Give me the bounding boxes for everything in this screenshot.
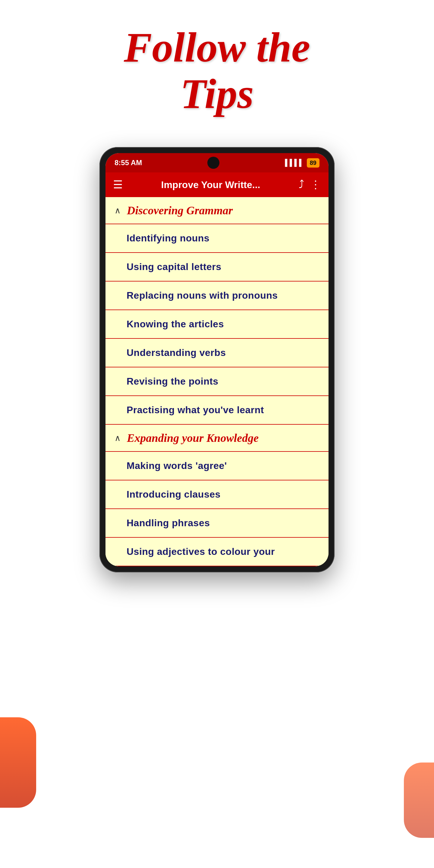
hamburger-icon[interactable]: ☰ — [113, 179, 123, 191]
phone-wrapper: 8:55 AM ▌▌▌▌ 89 ☰ Improve Your Writte...… — [0, 135, 434, 584]
list-item-making-words-agree[interactable]: Making words 'agree' — [105, 452, 329, 480]
chevron-up-icon: ∧ — [115, 433, 121, 443]
deco-right — [404, 763, 434, 838]
camera-dot — [207, 157, 219, 169]
menu-list: ∧ Discovering Grammar Identifying nouns … — [105, 197, 329, 566]
phone-outer: 8:55 AM ▌▌▌▌ 89 ☰ Improve Your Writte...… — [99, 147, 335, 572]
status-right: ▌▌▌▌ 89 — [285, 158, 319, 167]
item-label: Revising the points — [127, 376, 218, 387]
list-item-handling-phrases[interactable]: Handling phrases — [105, 509, 329, 538]
list-item-knowing-articles[interactable]: Knowing the articles — [105, 310, 329, 339]
list-item-introducing-clauses[interactable]: Introducing clauses — [105, 480, 329, 509]
item-label: Knowing the articles — [127, 318, 224, 330]
list-item-using-capital-letters[interactable]: Using capital letters — [105, 253, 329, 281]
item-label: Replacing nouns with pronouns — [127, 290, 278, 301]
list-item-practising-learnt[interactable]: Practising what you've learnt — [105, 396, 329, 425]
list-item-replacing-nouns-pronouns[interactable]: Replacing nouns with pronouns — [105, 281, 329, 310]
list-item-understanding-verbs[interactable]: Understanding verbs — [105, 339, 329, 367]
item-label: Identifying nouns — [127, 233, 210, 244]
item-label: Handling phrases — [127, 518, 210, 529]
deco-left — [0, 717, 36, 808]
item-label: Practising what you've learnt — [127, 404, 264, 415]
list-item-using-adjectives[interactable]: Using adjectives to colour your — [105, 538, 329, 566]
app-toolbar: ☰ Improve Your Writte... ⤴ ⋮ — [105, 173, 329, 197]
section-header-discovering-grammar[interactable]: ∧ Discovering Grammar — [105, 197, 329, 224]
list-item-revising-points[interactable]: Revising the points — [105, 367, 329, 396]
status-time: 8:55 AM — [115, 158, 142, 167]
list-item-identifying-nouns[interactable]: Identifying nouns — [105, 224, 329, 253]
item-label: Making words 'agree' — [127, 460, 227, 471]
hero-section: Follow the Tips — [0, 0, 434, 135]
section-title-discovering-grammar: Discovering Grammar — [127, 204, 233, 217]
status-bar: 8:55 AM ▌▌▌▌ 89 — [105, 153, 329, 173]
app-title: Improve Your Writte... — [129, 179, 293, 190]
more-icon[interactable]: ⋮ — [310, 179, 321, 191]
section-title-expanding-knowledge: Expanding your Knowledge — [127, 431, 258, 444]
item-label: Understanding verbs — [127, 347, 226, 358]
item-label: Using capital letters — [127, 261, 221, 273]
chevron-up-icon: ∧ — [115, 206, 121, 216]
item-label: Using adjectives to colour your — [127, 546, 275, 557]
battery-indicator: 89 — [307, 158, 319, 167]
signal-icon: ▌▌▌▌ — [285, 159, 304, 167]
share-icon[interactable]: ⤴ — [299, 179, 304, 191]
phone-screen: 8:55 AM ▌▌▌▌ 89 ☰ Improve Your Writte...… — [105, 153, 329, 566]
hero-title: Follow the Tips — [30, 24, 404, 117]
item-label: Introducing clauses — [127, 489, 221, 500]
section-header-expanding-knowledge[interactable]: ∧ Expanding your Knowledge — [105, 425, 329, 452]
